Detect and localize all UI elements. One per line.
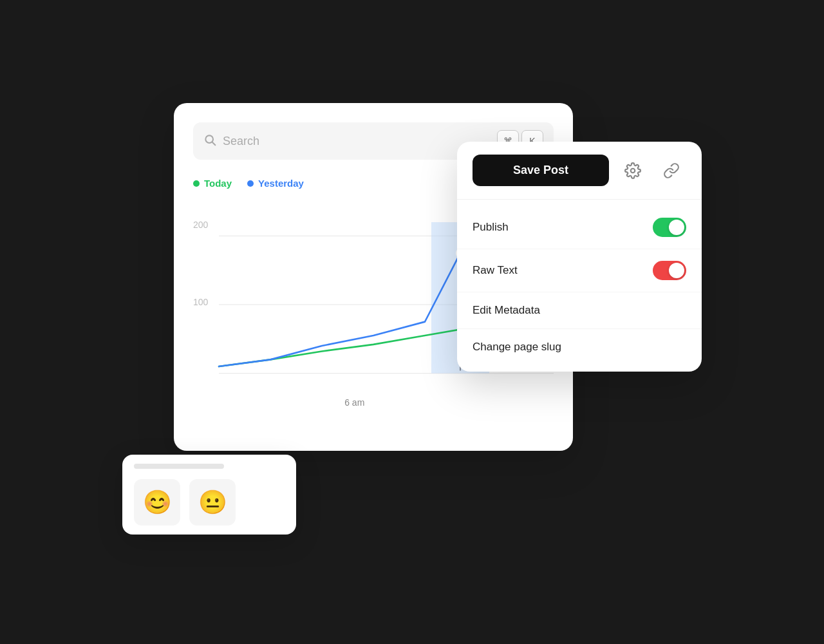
emoji-card: 😊 😐 xyxy=(122,455,296,535)
svg-line-1 xyxy=(212,142,216,145)
search-icon xyxy=(203,133,216,149)
happy-emoji[interactable]: 😊 xyxy=(134,479,180,526)
raw-text-toggle[interactable] xyxy=(653,261,686,280)
svg-point-8 xyxy=(631,168,635,173)
change-page-slug-label: Change page slug xyxy=(473,341,561,354)
yesterday-dot xyxy=(247,180,254,187)
search-placeholder: Search xyxy=(223,135,491,148)
post-card-header: Save Post xyxy=(457,142,702,200)
publish-label: Publish xyxy=(473,221,509,234)
y-label-200: 200 xyxy=(193,220,208,230)
legend-yesterday: Yesterday xyxy=(247,178,304,189)
publish-toggle-row: Publish xyxy=(457,206,702,249)
edit-metadata-label: Edit Metadata xyxy=(473,304,540,317)
x-label-6am: 6 am xyxy=(344,397,364,408)
emoji-bar-placeholder xyxy=(134,464,224,469)
today-dot xyxy=(193,180,200,187)
raw-text-toggle-row: Raw Text xyxy=(457,249,702,292)
post-settings-card: Save Post Publish xyxy=(457,142,702,372)
raw-text-label: Raw Text xyxy=(473,264,518,277)
link-icon-button[interactable] xyxy=(657,156,686,185)
post-card-body: Publish Raw Text Edit Metadata Change pa… xyxy=(457,200,702,372)
y-label-100: 100 xyxy=(193,297,208,307)
emoji-row: 😊 😐 xyxy=(134,479,285,526)
edit-metadata-row[interactable]: Edit Metadata xyxy=(457,292,702,329)
raw-text-toggle-knob xyxy=(669,263,684,278)
change-page-slug-row[interactable]: Change page slug xyxy=(457,329,702,365)
legend-today: Today xyxy=(193,178,232,189)
settings-icon-button[interactable] xyxy=(618,156,648,185)
publish-toggle-knob xyxy=(669,220,684,235)
neutral-emoji[interactable]: 😐 xyxy=(189,479,236,526)
save-post-button[interactable]: Save Post xyxy=(473,155,609,186)
publish-toggle[interactable] xyxy=(653,218,686,237)
